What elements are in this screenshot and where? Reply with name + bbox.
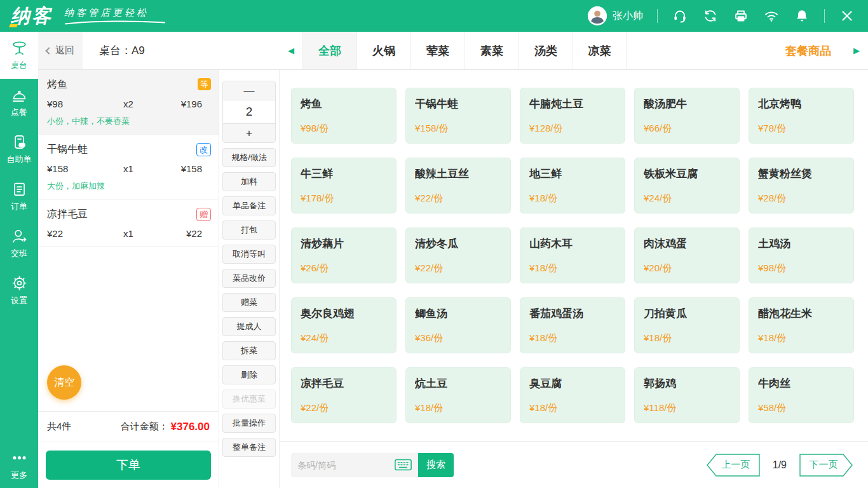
menu-item-name: 牛腩炖土豆 bbox=[529, 97, 616, 111]
menu-item-name: 清炒藕片 bbox=[301, 236, 387, 251]
tabbar-spacer bbox=[627, 32, 771, 69]
menu-item-name: 地三鲜 bbox=[529, 166, 616, 181]
menu-item-name: 炕土豆 bbox=[415, 376, 501, 391]
menu-item-card[interactable]: 醋泡花生米 ¥18/份 bbox=[749, 297, 854, 353]
category-tab[interactable]: 全部 bbox=[302, 32, 356, 69]
clear-area: 清空 bbox=[38, 354, 219, 411]
sidebar-item[interactable]: 自助单 bbox=[0, 126, 38, 173]
action-button[interactable]: 打包 bbox=[222, 220, 276, 240]
action-button[interactable]: 菜品改价 bbox=[222, 269, 276, 288]
menu-item-card[interactable]: 铁板米豆腐 ¥24/份 bbox=[634, 158, 740, 214]
menu-item-card[interactable]: 刀拍黄瓜 ¥18/份 bbox=[634, 297, 740, 353]
action-button[interactable]: 批量操作 bbox=[222, 414, 276, 433]
tabs-scroll-right-icon[interactable]: ▶ bbox=[845, 32, 868, 69]
action-button[interactable]: 换优惠菜 bbox=[222, 390, 276, 409]
menu-item-card[interactable]: 牛肉丝 ¥58/份 bbox=[749, 367, 854, 423]
search-group: 搜索 bbox=[291, 453, 454, 477]
sidebar-item-more[interactable]: 更多 bbox=[0, 442, 38, 488]
quantity-minus-button[interactable]: — bbox=[223, 81, 275, 100]
menu-item-card[interactable]: 土鸡汤 ¥98/份 bbox=[749, 227, 854, 283]
prev-page-button[interactable]: 上一页 bbox=[707, 454, 760, 477]
action-button[interactable]: 取消等叫 bbox=[222, 245, 276, 264]
menu-item-card[interactable]: 牛腩炖土豆 ¥128/份 bbox=[520, 88, 625, 144]
action-button[interactable]: 赠菜 bbox=[222, 293, 276, 312]
menu-item-card[interactable]: 番茄鸡蛋汤 ¥18/份 bbox=[520, 297, 625, 353]
logo-text: 纳客 bbox=[9, 3, 53, 29]
order-item-qty: x2 bbox=[123, 98, 163, 109]
menu-item-name: 牛三鲜 bbox=[301, 166, 387, 181]
action-button[interactable]: 整单备注 bbox=[222, 438, 276, 457]
category-tab[interactable]: 汤类 bbox=[519, 32, 573, 69]
category-tab[interactable]: 素菜 bbox=[465, 32, 519, 69]
category-tab[interactable]: 凉菜 bbox=[573, 32, 627, 69]
menu-item-name: 干锅牛蛙 bbox=[415, 97, 501, 111]
menu-item-card[interactable]: 清炒冬瓜 ¥22/份 bbox=[405, 227, 511, 283]
order-item-qty: x1 bbox=[123, 163, 163, 174]
place-order-button[interactable]: 下单 bbox=[46, 451, 211, 480]
menu-item-card[interactable]: 清炒藕片 ¥26/份 bbox=[291, 227, 397, 283]
menu-item-name: 铁板米豆腐 bbox=[644, 166, 730, 181]
keyboard-icon[interactable] bbox=[395, 459, 412, 471]
menu-item-card[interactable]: 烤鱼 ¥98/份 bbox=[291, 88, 397, 144]
notification-bell-icon[interactable] bbox=[794, 8, 810, 24]
menu-item-name: 肉沫鸡蛋 bbox=[644, 236, 730, 251]
menu-item-card[interactable]: 蟹黄粉丝煲 ¥28/份 bbox=[749, 158, 854, 214]
order-item[interactable]: 干锅牛蛙 改 ¥158 x1 ¥158 大份，加麻加辣 bbox=[38, 135, 219, 200]
order-item[interactable]: 凉拌毛豆 赠 ¥22 x1 ¥22 bbox=[38, 200, 219, 247]
menu-item-name: 番茄鸡蛋汤 bbox=[529, 306, 616, 321]
menu-item-card[interactable]: 山药木耳 ¥18/份 bbox=[520, 227, 625, 283]
user-account[interactable]: 张小帅 bbox=[588, 6, 643, 25]
tabs-scroll-left-icon[interactable]: ◀ bbox=[280, 32, 302, 69]
printer-icon[interactable] bbox=[733, 8, 749, 24]
menu-item-name: 醋泡花生米 bbox=[758, 306, 844, 321]
action-button[interactable]: 删除 bbox=[222, 365, 276, 384]
category-tabbar: ◀ 全部 火锅 荤菜 素菜 汤类 凉菜 bbox=[280, 32, 868, 69]
sidebar-item-label: 点餐 bbox=[11, 107, 27, 118]
quantity-plus-button[interactable]: + bbox=[223, 123, 275, 142]
sidebar-item-label: 交班 bbox=[11, 248, 27, 259]
order-item-total: ¥158 bbox=[163, 163, 202, 174]
action-button[interactable]: 规格/做法 bbox=[222, 148, 276, 167]
category-tab[interactable]: 荤菜 bbox=[410, 32, 465, 69]
sidebar-item[interactable]: 点餐 bbox=[0, 79, 38, 126]
action-button[interactable]: 加料 bbox=[222, 172, 276, 191]
menu-item-card[interactable]: 酸汤肥牛 ¥66/份 bbox=[634, 88, 740, 144]
combo-products-button[interactable]: 套餐商品 bbox=[771, 32, 845, 69]
category-tab[interactable]: 火锅 bbox=[356, 32, 410, 69]
sync-icon[interactable] bbox=[702, 8, 719, 24]
menu-item-card[interactable]: 鲫鱼汤 ¥36/份 bbox=[405, 297, 511, 353]
menu-item-card[interactable]: 牛三鲜 ¥178/份 bbox=[291, 158, 397, 214]
menu-item-card[interactable]: 炕土豆 ¥18/份 bbox=[405, 367, 511, 423]
clear-order-button[interactable]: 清空 bbox=[47, 365, 81, 400]
menu-item-card[interactable]: 北京烤鸭 ¥78/份 bbox=[749, 88, 854, 144]
menu-item-card[interactable]: 干锅牛蛙 ¥158/份 bbox=[405, 88, 511, 144]
menu-item-card[interactable]: 臭豆腐 ¥18/份 bbox=[520, 367, 625, 423]
menu-item-card[interactable]: 酸辣土豆丝 ¥22/份 bbox=[405, 158, 511, 214]
search-input[interactable] bbox=[297, 460, 395, 470]
menu-item-card[interactable]: 凉拌毛豆 ¥22/份 bbox=[291, 367, 397, 423]
sidebar: 桌台 点餐 自助单 订单 交班 设置 bbox=[0, 32, 38, 488]
sidebar-item[interactable]: 设置 bbox=[0, 267, 38, 314]
menu-grid: 烤鱼 ¥98/份 干锅牛蛙 ¥158/份 牛腩炖土豆 ¥128/份 酸汤肥牛 ¥… bbox=[280, 70, 868, 441]
next-page-button[interactable]: 下一页 bbox=[799, 454, 853, 477]
menu-item-name: 清炒冬瓜 bbox=[415, 236, 501, 251]
wifi-icon[interactable] bbox=[763, 8, 780, 24]
menu-item-card[interactable]: 郭扬鸡 ¥118/份 bbox=[634, 367, 740, 423]
menu-item-card[interactable]: 奥尔良鸡翅 ¥24/份 bbox=[291, 297, 397, 353]
action-button[interactable]: 提成人 bbox=[222, 317, 276, 336]
action-button[interactable]: 拆菜 bbox=[222, 341, 276, 360]
customer-service-icon[interactable] bbox=[672, 8, 688, 24]
order-item[interactable]: 烤鱼 等 ¥98 x2 ¥196 小份，中辣，不要香菜 bbox=[38, 70, 219, 135]
brand-logo: 纳客 纳客管店更轻松 bbox=[9, 3, 166, 29]
order-panel-header: 返回 桌台：A9 bbox=[38, 32, 280, 69]
action-button[interactable]: 单品备注 bbox=[222, 196, 276, 215]
sidebar-item[interactable]: 桌台 bbox=[0, 32, 38, 79]
close-icon[interactable] bbox=[839, 8, 855, 24]
back-button[interactable]: 返回 bbox=[38, 32, 83, 69]
sidebar-item[interactable]: 订单 bbox=[0, 173, 38, 220]
order-item-price: ¥158 bbox=[47, 163, 123, 174]
search-button[interactable]: 搜索 bbox=[418, 453, 454, 477]
menu-item-card[interactable]: 肉沫鸡蛋 ¥20/份 bbox=[634, 227, 740, 283]
menu-item-card[interactable]: 地三鲜 ¥18/份 bbox=[520, 158, 625, 214]
sidebar-item[interactable]: 交班 bbox=[0, 220, 38, 267]
